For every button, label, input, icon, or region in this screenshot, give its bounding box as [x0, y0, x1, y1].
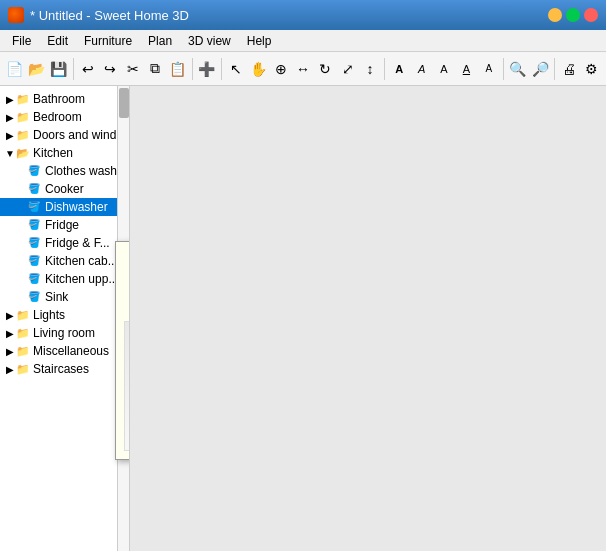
expand-icon-kc — [16, 255, 28, 267]
copy-button[interactable]: ⧉ — [145, 56, 165, 82]
redo-button[interactable]: ↪ — [100, 56, 120, 82]
tree-item-dishwasher[interactable]: 🪣 Dishwasher — [0, 198, 129, 216]
expand-icon-bedroom: ▶ — [4, 111, 16, 123]
furniture-tree[interactable]: ▶ 📁 Bathroom ▶ 📁 Bedroom ▶ 📁 Doors and w… — [0, 86, 130, 551]
new-button[interactable]: 📄 — [4, 56, 24, 82]
zoom-out-button[interactable]: 🔎 — [530, 56, 550, 82]
tree-label-dishwasher: Dishwasher — [45, 200, 108, 214]
tree-label-kitchen: Kitchen — [33, 146, 73, 160]
tree-label-bedroom: Bedroom — [33, 110, 82, 124]
tree-item-misc[interactable]: ▶ 📁 Miscellaneous — [0, 342, 129, 360]
menu-bar: File Edit Furniture Plan 3D view Help — [0, 30, 606, 52]
tree-item-lights[interactable]: ▶ 📁 Lights — [0, 306, 129, 324]
tree-label-doors: Doors and windows — [33, 128, 130, 142]
menu-help[interactable]: Help — [239, 32, 280, 50]
close-button[interactable] — [584, 8, 598, 22]
item-icon-sink: 🪣 — [28, 291, 42, 303]
tree-item-clotheswasher[interactable]: 🪣 Clothes washer — [0, 162, 129, 180]
app-icon — [8, 7, 24, 23]
item-icon-cw: 🪣 — [28, 165, 42, 177]
item-icon-ku: 🪣 — [28, 273, 42, 285]
folder-icon-doors: 📁 — [16, 129, 30, 141]
text-style-4[interactable]: A — [456, 56, 476, 82]
text-style-5[interactable]: A — [479, 56, 499, 82]
preferences-button[interactable]: ⚙ — [582, 56, 602, 82]
tree-item-staircases[interactable]: ▶ 📁 Staircases — [0, 360, 129, 378]
tree-label-sink: Sink — [45, 290, 68, 304]
menu-file[interactable]: File — [4, 32, 39, 50]
window-title: * Untitled - Sweet Home 3D — [30, 8, 548, 23]
separator-6 — [554, 58, 555, 80]
print-button[interactable]: 🖨 — [559, 56, 579, 82]
tree-item-bathroom[interactable]: ▶ 📁 Bathroom — [0, 90, 129, 108]
select-tool-button[interactable]: ↖ — [226, 56, 246, 82]
menu-furniture[interactable]: Furniture — [76, 32, 140, 50]
zoom-plan-button[interactable]: ⊕ — [270, 56, 290, 82]
tree-item-kitchen-upp[interactable]: 🪣 Kitchen upp... — [0, 270, 129, 288]
tree-item-fridge[interactable]: 🪣 Fridge — [0, 216, 129, 234]
move-button[interactable]: ↔ — [293, 56, 313, 82]
item-icon-dw: 🪣 — [28, 201, 42, 213]
separator-2 — [192, 58, 193, 80]
tree-item-fridge-freezer[interactable]: 🪣 Fridge & F... — [0, 234, 129, 252]
window-controls — [548, 8, 598, 22]
tree-label-lights: Lights — [33, 308, 65, 322]
tree-item-living[interactable]: ▶ 📁 Living room — [0, 324, 129, 342]
tree-item-cooker[interactable]: 🪣 Cooker — [0, 180, 129, 198]
folder-icon-misc: 📁 — [16, 345, 30, 357]
maximize-button[interactable] — [566, 8, 580, 22]
3d-view-area[interactable] — [130, 86, 606, 551]
separator-3 — [221, 58, 222, 80]
expand-icon-kitchen: ▼ — [4, 147, 16, 159]
folder-icon-bedroom: 📁 — [16, 111, 30, 123]
expand-icon-fridge — [16, 219, 28, 231]
main-area: ▶ 📁 Bathroom ▶ 📁 Bedroom ▶ 📁 Doors and w… — [0, 86, 606, 551]
zoom-in-button[interactable]: 🔍 — [508, 56, 528, 82]
cut-button[interactable]: ✂ — [123, 56, 143, 82]
tree-item-bedroom[interactable]: ▶ 📁 Bedroom — [0, 108, 129, 126]
menu-edit[interactable]: Edit — [39, 32, 76, 50]
folder-icon-kitchen: 📂 — [16, 147, 30, 159]
tree-item-doors[interactable]: ▶ 📁 Doors and windows — [0, 126, 129, 144]
text-style-2[interactable]: A — [411, 56, 431, 82]
undo-button[interactable]: ↩ — [78, 56, 98, 82]
tree-item-sink[interactable]: 🪣 Sink — [0, 288, 129, 306]
resize-button[interactable]: ⤢ — [338, 56, 358, 82]
expand-icon-staircases: ▶ — [4, 363, 16, 375]
expand-icon-sink — [16, 291, 28, 303]
save-button[interactable]: 💾 — [49, 56, 69, 82]
expand-icon-dw — [16, 201, 28, 213]
menu-plan[interactable]: Plan — [140, 32, 180, 50]
expand-icon-bathroom: ▶ — [4, 93, 16, 105]
elevate-button[interactable]: ↕ — [360, 56, 380, 82]
expand-icon-ku — [16, 273, 28, 285]
folder-icon-staircases: 📁 — [16, 363, 30, 375]
expand-icon-doors: ▶ — [4, 129, 16, 141]
tree-label-bathroom: Bathroom — [33, 92, 85, 106]
paste-button[interactable]: 📋 — [167, 56, 187, 82]
furniture-tooltip: Dishwasher 60 cm × 65 cm × 85 cm 3D mode… — [115, 241, 130, 460]
tree-item-kitchen-cab[interactable]: 🪣 Kitchen cab... — [0, 252, 129, 270]
tree-label-kitchen-cab: Kitchen cab... — [45, 254, 118, 268]
item-icon-ff: 🪣 — [28, 237, 42, 249]
add-furniture-button[interactable]: ➕ — [197, 56, 217, 82]
rotate-button[interactable]: ↻ — [315, 56, 335, 82]
separator-5 — [503, 58, 504, 80]
expand-icon-ff — [16, 237, 28, 249]
pan-tool-button[interactable]: ✋ — [248, 56, 268, 82]
item-icon-cooker: 🪣 — [28, 183, 42, 195]
text-style-1[interactable]: A — [389, 56, 409, 82]
scrollbar-thumb[interactable] — [119, 88, 129, 118]
folder-icon-living: 📁 — [16, 327, 30, 339]
expand-icon-living: ▶ — [4, 327, 16, 339]
minimize-button[interactable] — [548, 8, 562, 22]
tree-label-living: Living room — [33, 326, 95, 340]
text-style-3[interactable]: A — [434, 56, 454, 82]
open-button[interactable]: 📂 — [26, 56, 46, 82]
tree-label-cooker: Cooker — [45, 182, 84, 196]
tree-label-misc: Miscellaneous — [33, 344, 109, 358]
menu-3dview[interactable]: 3D view — [180, 32, 239, 50]
tree-label-kitchen-upp: Kitchen upp... — [45, 272, 118, 286]
tree-item-kitchen[interactable]: ▼ 📂 Kitchen — [0, 144, 129, 162]
expand-icon-cooker — [16, 183, 28, 195]
